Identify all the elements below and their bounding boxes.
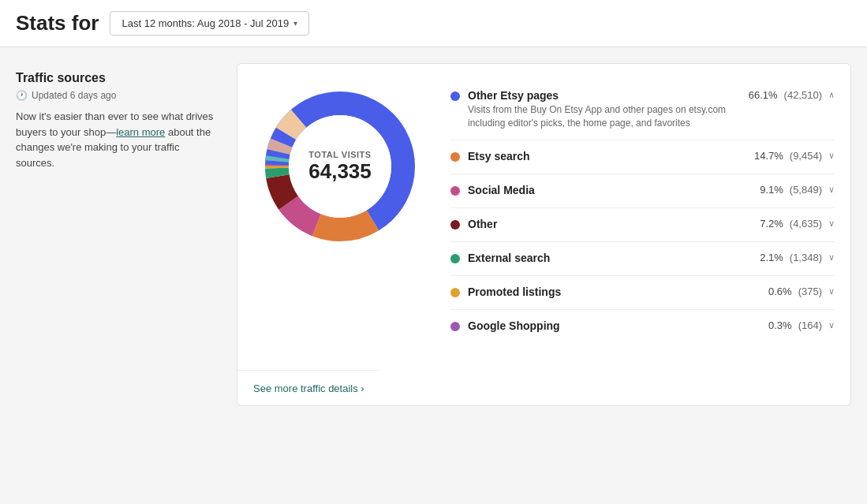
chevron-down-icon: ∨ — [828, 252, 835, 263]
chevron-down-icon: ∨ — [828, 320, 835, 330]
sidebar: Traffic sources 🕐 Updated 6 days ago Now… — [16, 63, 221, 406]
traffic-count-google-shopping: (164) — [798, 319, 822, 331]
traffic-name-other-etsy: Other Etsy pages — [468, 89, 741, 102]
date-range-label: Last 12 months: Aug 2018 - Jul 2019 — [121, 17, 289, 29]
traffic-count-other-etsy: (42,510) — [784, 89, 822, 101]
traffic-count-etsy-search: (9,454) — [790, 150, 822, 162]
page-header: Stats for Last 12 months: Aug 2018 - Jul… — [0, 0, 867, 47]
chevron-down-icon: ∨ — [828, 185, 835, 195]
updated-text: Updated 6 days ago — [32, 90, 116, 101]
stats-for-label: Stats for — [16, 11, 99, 35]
traffic-percent-google-shopping: 0.3% — [768, 319, 792, 331]
traffic-percent-other-etsy: 66.1% — [749, 89, 778, 101]
sidebar-description: Now it's easier than ever to see what dr… — [16, 109, 221, 170]
traffic-name-google-shopping: Google Shopping — [468, 319, 760, 332]
traffic-percent-external-search: 2.1% — [760, 252, 783, 263]
traffic-dot-external-search — [450, 254, 460, 263]
traffic-dot-google-shopping — [450, 322, 460, 331]
date-range-button[interactable]: Last 12 months: Aug 2018 - Jul 2019 ▾ — [110, 11, 309, 35]
learn-more-link[interactable]: learn more — [116, 126, 165, 138]
traffic-info-other-etsy: Other Etsy pagesVisits from the Buy On E… — [468, 89, 741, 130]
traffic-percent-etsy-search: 14.7% — [754, 150, 783, 162]
traffic-stats-external-search: 2.1%(1,348)∨ — [760, 252, 835, 263]
traffic-name-external-search: External search — [468, 252, 752, 264]
chevron-down-icon: ∨ — [828, 286, 835, 297]
traffic-info-etsy-search: Etsy search — [468, 150, 746, 164]
see-more-label: See more traffic details — [253, 383, 358, 394]
traffic-item-social-media[interactable]: Social Media9.1%(5,849)∨ — [450, 174, 835, 208]
chevron-down-icon: ∨ — [828, 151, 835, 161]
traffic-list: Other Etsy pagesVisits from the Buy On E… — [450, 80, 835, 343]
traffic-name-social-media: Social Media — [468, 184, 752, 196]
traffic-dot-other-etsy — [450, 91, 460, 101]
traffic-item-google-shopping[interactable]: Google Shopping0.3%(164)∨ — [450, 310, 835, 343]
traffic-dot-other — [450, 220, 460, 230]
chevron-up-icon: ∧ — [828, 90, 835, 100]
chart-panel: TOTAL VISITS 64,335 Other Etsy pagesVisi… — [237, 63, 851, 406]
traffic-stats-other: 7.2%(4,635)∨ — [760, 218, 835, 230]
traffic-item-other[interactable]: Other7.2%(4,635)∨ — [450, 208, 835, 242]
traffic-info-google-shopping: Google Shopping — [468, 319, 760, 334]
chevron-right-icon: › — [361, 383, 364, 394]
traffic-dot-social-media — [450, 186, 460, 196]
traffic-info-promoted-listings: Promoted listings — [468, 286, 760, 300]
traffic-percent-other: 7.2% — [760, 218, 783, 230]
total-visits-label: TOTAL VISITS — [308, 150, 372, 159]
traffic-name-etsy-search: Etsy search — [468, 150, 746, 162]
clock-icon: 🕐 — [16, 90, 28, 101]
traffic-percent-social-media: 9.1% — [760, 184, 783, 196]
total-visits-value: 64,335 — [308, 159, 372, 184]
main-content: Traffic sources 🕐 Updated 6 days ago Now… — [0, 47, 867, 422]
traffic-percent-promoted-listings: 0.6% — [768, 286, 792, 297]
panel-body: TOTAL VISITS 64,335 Other Etsy pagesVisi… — [237, 64, 850, 343]
traffic-stats-google-shopping: 0.3%(164)∨ — [768, 319, 835, 331]
traffic-info-other: Other — [468, 218, 752, 232]
traffic-stats-other-etsy: 66.1%(42,510)∧ — [749, 89, 835, 101]
traffic-info-external-search: External search — [468, 252, 752, 266]
traffic-item-external-search[interactable]: External search2.1%(1,348)∨ — [450, 242, 835, 276]
sidebar-updated: 🕐 Updated 6 days ago — [16, 90, 221, 101]
donut-chart: TOTAL VISITS 64,335 — [253, 80, 427, 253]
traffic-item-promoted-listings[interactable]: Promoted listings0.6%(375)∨ — [450, 276, 835, 310]
sidebar-title: Traffic sources — [16, 71, 221, 85]
traffic-count-external-search: (1,348) — [790, 252, 822, 263]
traffic-description-other-etsy: Visits from the Buy On Etsy App and othe… — [468, 103, 741, 130]
traffic-item-other-etsy[interactable]: Other Etsy pagesVisits from the Buy On E… — [450, 80, 835, 140]
traffic-count-promoted-listings: (375) — [798, 286, 822, 297]
traffic-stats-promoted-listings: 0.6%(375)∨ — [768, 286, 835, 297]
traffic-item-etsy-search[interactable]: Etsy search14.7%(9,454)∨ — [450, 140, 835, 174]
traffic-name-promoted-listings: Promoted listings — [468, 286, 760, 298]
traffic-dot-etsy-search — [450, 152, 460, 162]
traffic-info-social-media: Social Media — [468, 184, 752, 198]
traffic-stats-social-media: 9.1%(5,849)∨ — [760, 184, 835, 196]
traffic-count-other: (4,635) — [790, 218, 822, 230]
donut-center: TOTAL VISITS 64,335 — [308, 150, 372, 184]
chevron-down-icon: ▾ — [293, 19, 297, 28]
traffic-dot-promoted-listings — [450, 288, 460, 297]
panel-footer: See more traffic details › — [237, 370, 380, 405]
traffic-name-other: Other — [468, 218, 752, 230]
traffic-stats-etsy-search: 14.7%(9,454)∨ — [754, 150, 835, 162]
traffic-count-social-media: (5,849) — [790, 184, 822, 196]
chevron-down-icon: ∨ — [828, 218, 835, 229]
see-more-traffic-link[interactable]: See more traffic details › — [253, 383, 364, 394]
